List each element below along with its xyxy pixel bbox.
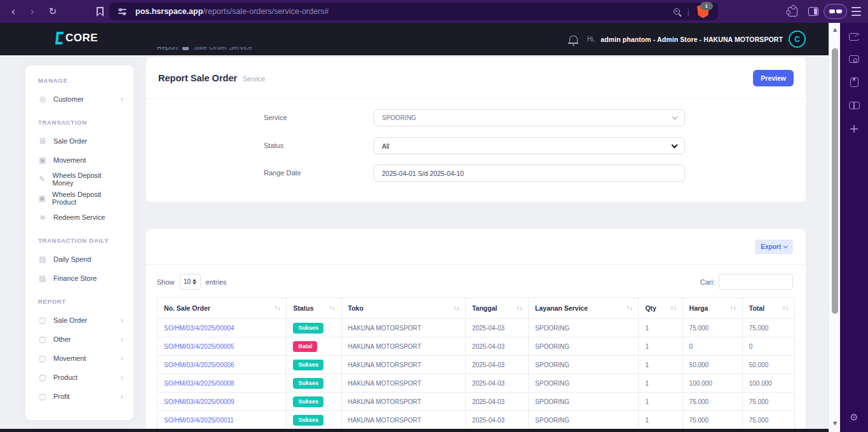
sidebar-item-label: Profit [53,393,70,400]
wallet-icon[interactable] [849,55,859,63]
sidebar-item-movement[interactable]: ▣ Movement [25,151,133,170]
cell-qty: 1 [639,356,682,374]
column-label: No. Sale Order [164,304,210,312]
sale-order-link[interactable]: SO/HM/03/4/2025/00009 [164,398,234,405]
search-input[interactable] [719,274,793,290]
sidebar-item-label: Sale Order [53,316,87,324]
cell-layanan-service: SPOORING [529,319,639,337]
menu-icon[interactable] [851,7,861,16]
column-header[interactable]: Status ↑↓ [287,298,341,319]
sidebar-item-redeem-service[interactable]: ≡ Redeem Service [25,208,133,227]
sale-order-link[interactable]: SO/HM/03/4/2025/00005 [164,343,234,350]
status-label: Status [264,142,283,149]
sidebar-item-report-profit[interactable]: ▢ Profit › [25,387,133,406]
column-header[interactable]: Tanggal ↑↓ [465,298,528,319]
cell-total: 75.000 [742,393,794,411]
status-badge: Sukses [293,396,323,407]
sort-icon: ↑↓ [516,306,522,311]
sidebar-item-report-product[interactable]: ▢ Product › [25,368,133,387]
sidebar-item-wheels-deposit-money[interactable]: ✎ Wheels Deposit Money [25,170,133,189]
divider: | [688,7,689,17]
sidebar-section-transaction: TRANSACTION ⊞ Sale Order ▣ Movement [25,109,133,227]
address-bar[interactable]: pos.hsrspace.app/reports/sale-orders/ser… [109,3,718,20]
column-header[interactable]: Layanan Service ↑↓ [529,298,639,319]
add-icon[interactable]: + [849,124,859,133]
page-title: Report Sale Order [158,73,237,83]
sidebar-item-daily-spend[interactable]: ▤ Daily Spend [25,250,133,269]
column-header[interactable]: Total ↑↓ [742,298,794,319]
column-header[interactable]: No. Sale Order ↑↓ [158,298,287,319]
sale-order-link[interactable]: SO/HM/03/4/2025/00008 [164,380,234,387]
cell-toko: HAKUNA MOTORSPORT [341,411,465,429]
notifications-bell-icon[interactable] [569,36,578,43]
page-size-select[interactable]: 10 [180,274,201,290]
scroll-up-icon[interactable]: ▲ [829,24,841,34]
range-date-field[interactable] [374,165,685,182]
core-logo[interactable]: CORE [56,32,98,44]
column-label: Layanan Service [535,304,588,312]
cell-total: 75.000 [742,319,794,337]
cell-no-sale-order: SO/HM/03/4/2025/00004 [158,319,287,337]
scroll-down-icon[interactable]: ▼ [829,418,841,428]
breadcrumb-report[interactable]: Report [157,47,178,51]
scrollbar-thumb[interactable] [832,48,838,314]
sidebar-item-label: Product [53,374,78,381]
site-settings-icon[interactable] [118,9,126,14]
app-header: CORE Hi, admin phantom - Admin Store - H… [0,23,829,55]
breadcrumb-current: Sale Order Service [193,47,252,51]
private-window-indicator[interactable] [824,4,847,19]
sidebar-item-wheels-deposit-product[interactable]: ▣ Wheels Deposit Product [25,189,133,208]
scrollbar[interactable]: ▲ ▼ [829,23,840,432]
box-icon: ▣ [38,156,47,165]
column-header[interactable]: Harga ↑↓ [682,298,742,319]
sidebar-item-report-movement[interactable]: ▢ Movement › [25,349,133,368]
cell-layanan-service: SPOORING [529,337,639,356]
back-icon[interactable]: ‹ [5,0,22,23]
export-button[interactable]: Export [755,240,793,254]
settings-gear-icon[interactable]: ⚙ [850,412,858,423]
glasses-icon [836,10,842,13]
bookmark-icon[interactable] [97,7,104,17]
extensions-icon[interactable] [788,7,797,17]
sidebar-item-report-other[interactable]: ▢ Other › [25,330,133,349]
range-date-label: Range Date [264,169,301,177]
book-icon: ▤ [38,274,47,283]
bookmarks-book-icon[interactable] [850,78,858,87]
cell-qty: 1 [639,393,682,411]
sidebar-item-report-sale-order[interactable]: ▢ Sale Order › [25,311,133,330]
cell-harga: 100.000 [682,374,742,393]
column-header[interactable]: Toko ↑↓ [341,298,465,319]
service-select[interactable]: SPOORING [374,109,685,126]
preview-button[interactable]: Preview [753,70,794,86]
service-value: SPOORING [382,114,416,121]
pencil-icon: ✎ [38,175,46,184]
sidebar-item-customer[interactable]: ◎ Customer › [25,90,133,109]
column-label: Toko [348,304,363,312]
forward-icon[interactable]: › [24,0,41,23]
sidebar-section-manage: MANAGE ◎ Customer › [25,67,133,109]
cell-status: Sukses [287,356,341,374]
file-icon: ▢ [38,392,47,401]
range-date-input[interactable] [382,170,677,177]
breadcrumb: Report Sale Order Service [157,47,252,55]
browser-sidebar: + ⚙ [840,23,868,432]
sidebar-section-transaction-daily: TRANSACTION DAILY ▤ Daily Spend ▤ Financ… [25,227,133,288]
sidebar-item-sale-order[interactable]: ⊞ Sale Order [25,132,133,151]
side-panel-icon[interactable] [808,7,818,16]
brave-shield-icon[interactable]: 1 [697,5,709,18]
reload-icon[interactable]: ↻ [44,0,61,23]
video-camera-icon[interactable] [849,33,859,41]
avatar[interactable]: C [789,30,806,48]
sidebar-item-finance-store[interactable]: ▤ Finance Store [25,269,133,288]
sidebar-item-label: Finance Store [53,274,97,282]
reading-list-icon[interactable] [849,102,860,109]
sale-order-link[interactable]: SO/HM/03/4/2025/00004 [164,325,234,332]
cell-status: Batal [287,337,341,356]
column-header[interactable]: Qty ↑↓ [639,298,682,319]
sale-order-link[interactable]: SO/HM/03/4/2025/00011 [164,417,234,424]
sale-order-link[interactable]: SO/HM/03/4/2025/00006 [164,361,234,368]
cell-toko: HAKUNA MOTORSPORT [341,356,465,374]
cell-qty: 1 [639,319,682,337]
zoom-out-icon[interactable] [674,8,680,15]
status-select[interactable]: All [374,137,685,154]
